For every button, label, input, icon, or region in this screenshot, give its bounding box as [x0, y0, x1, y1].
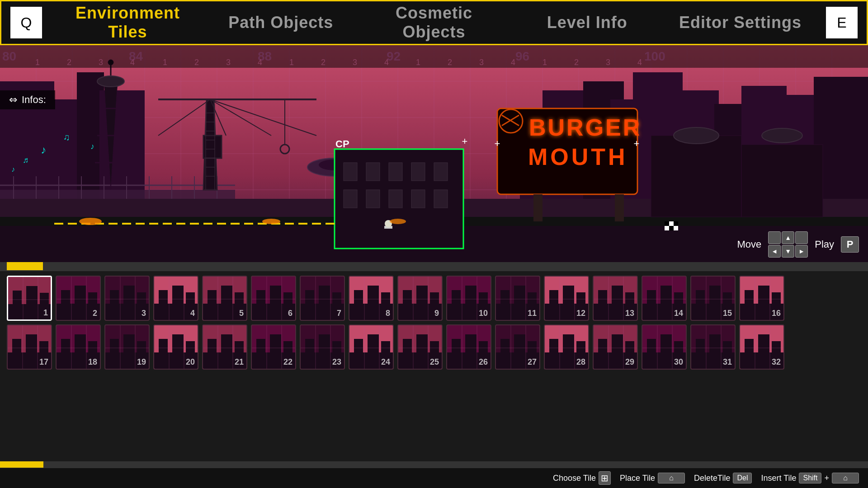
svg-rect-410 [758, 334, 769, 352]
svg-rect-297 [61, 339, 70, 352]
tile-item-10[interactable]: 10 [446, 276, 491, 321]
tile-item-32[interactable]: 32 [739, 324, 784, 370]
tile-item-22[interactable]: 22 [251, 324, 296, 370]
tile-item-31[interactable]: 31 [690, 324, 736, 370]
game-viewport[interactable]: BURGER MOUTH + + [0, 45, 868, 262]
tab-cosmetic-objects[interactable]: Cosmetic Objects [358, 0, 511, 46]
tile-item-14[interactable]: 14 [642, 276, 687, 321]
tile-item-20[interactable]: 20 [153, 324, 198, 370]
key-empty-tr [795, 231, 808, 244]
tile-item-29[interactable]: 29 [593, 324, 638, 370]
insert-tile-label: Insert Tile [761, 474, 796, 483]
svg-point-112 [762, 128, 802, 143]
tile-number-23: 23 [332, 357, 341, 367]
svg-rect-362 [465, 334, 476, 352]
svg-point-84 [307, 158, 362, 176]
svg-rect-97 [434, 190, 448, 208]
svg-rect-226 [416, 286, 428, 304]
svg-rect-33 [520, 108, 556, 217]
tile-item-1[interactable]: 1 [7, 276, 52, 321]
tile-item-25[interactable]: 25 [397, 324, 443, 370]
svg-rect-282 [758, 286, 769, 304]
tile-item-23[interactable]: 23 [300, 324, 345, 370]
tile-item-7[interactable]: 7 [300, 276, 345, 321]
svg-rect-330 [270, 334, 281, 352]
svg-point-72 [280, 145, 289, 154]
svg-text:3: 3 [606, 58, 610, 67]
tile-item-17[interactable]: 17 [7, 324, 52, 370]
svg-rect-321 [208, 339, 217, 352]
tile-item-13[interactable]: 13 [593, 276, 638, 321]
tile-item-24[interactable]: 24 [349, 324, 394, 370]
svg-rect-202 [270, 286, 281, 304]
tile-item-2[interactable]: 2 [56, 276, 101, 321]
svg-rect-379 [576, 341, 585, 352]
svg-rect-283 [772, 292, 781, 304]
svg-rect-30 [45, 99, 81, 217]
tile-item-9[interactable]: 9 [397, 276, 443, 321]
tile-item-4[interactable]: 4 [153, 276, 198, 321]
tile-item-12[interactable]: 12 [544, 276, 589, 321]
svg-text:CP: CP [335, 138, 349, 150]
horizontal-scrollbar[interactable] [0, 262, 868, 270]
svg-rect-109 [651, 136, 741, 217]
svg-rect-37 [633, 72, 683, 217]
bottom-progress-bar[interactable] [0, 461, 868, 468]
tile-item-19[interactable]: 19 [104, 324, 150, 370]
tile-item-15[interactable]: 15 [690, 276, 736, 321]
tile-grid: 1 2 3 4 [0, 271, 868, 374]
tile-number-7: 7 [337, 309, 341, 318]
play-label: Play [815, 239, 834, 250]
tab-path-objects[interactable]: Path Objects [204, 9, 358, 37]
svg-rect-378 [563, 334, 574, 352]
tile-item-3[interactable]: 3 [104, 276, 150, 321]
editor-settings-key-button[interactable]: E [826, 7, 858, 38]
tile-number-2: 2 [93, 309, 97, 318]
tile-item-26[interactable]: 26 [446, 324, 491, 370]
svg-rect-96 [411, 190, 425, 208]
scrollbar-thumb[interactable] [7, 262, 43, 270]
svg-text:2: 2 [574, 58, 579, 67]
svg-rect-217 [354, 290, 363, 304]
svg-rect-393 [647, 339, 656, 352]
tile-item-21[interactable]: 21 [202, 324, 247, 370]
insert-tile-arrow-key: ⌂ [832, 473, 859, 483]
svg-rect-338 [319, 334, 330, 352]
svg-rect-178 [123, 286, 135, 304]
tab-level-info[interactable]: Level Info [510, 9, 664, 37]
svg-rect-114 [384, 226, 392, 229]
tile-item-5[interactable]: 5 [202, 276, 247, 321]
key-down: ▼ [782, 245, 794, 258]
svg-text:2: 2 [448, 58, 452, 67]
move-keys: ▲ ◄ ▼ ► [768, 231, 808, 258]
svg-text:4: 4 [511, 58, 515, 67]
svg-text:♪: ♪ [41, 144, 46, 156]
tile-item-27[interactable]: 27 [495, 324, 540, 370]
svg-rect-218 [368, 286, 379, 304]
svg-rect-402 [709, 334, 721, 352]
tile-item-18[interactable]: 18 [56, 324, 101, 370]
tile-number-10: 10 [479, 309, 488, 318]
svg-text:+: + [495, 138, 500, 149]
tile-item-30[interactable]: 30 [642, 324, 687, 370]
tile-item-8[interactable]: 8 [349, 276, 394, 321]
svg-rect-289 [12, 339, 21, 352]
tile-item-16[interactable]: 16 [739, 276, 784, 321]
tab-editor-settings[interactable]: Editor Settings [664, 9, 817, 37]
tile-number-3: 3 [142, 309, 146, 318]
tile-item-11[interactable]: 11 [495, 276, 540, 321]
progress-fill [0, 461, 43, 468]
svg-rect-211 [332, 292, 341, 304]
svg-rect-179 [137, 292, 146, 304]
svg-rect-242 [514, 286, 525, 304]
tile-number-32: 32 [772, 357, 781, 367]
tile-item-6[interactable]: 6 [251, 276, 296, 321]
svg-line-68 [210, 99, 226, 136]
svg-rect-119 [669, 226, 674, 230]
tile-item-28[interactable]: 28 [544, 324, 589, 370]
tab-environment-tiles[interactable]: Environment Tiles [51, 0, 204, 46]
svg-point-64 [97, 76, 124, 87]
svg-text:♫: ♫ [63, 132, 70, 142]
tile-number-25: 25 [430, 357, 439, 367]
search-button[interactable]: Q [10, 7, 42, 38]
